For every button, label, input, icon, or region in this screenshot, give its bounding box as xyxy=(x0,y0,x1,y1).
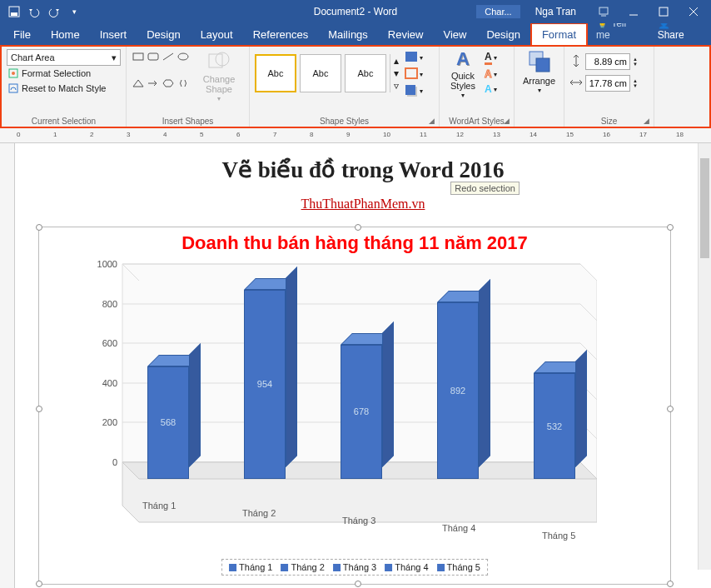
svg-rect-4 xyxy=(659,7,668,16)
shape-fill-button[interactable]: ▾ xyxy=(405,51,423,64)
text-fill-button[interactable]: A▾ xyxy=(485,51,497,65)
title-bar: ▾ Document2 - Word Char... Nga Tran xyxy=(0,0,711,23)
tab-references[interactable]: References xyxy=(243,24,318,45)
legend-item[interactable]: Tháng 2 xyxy=(281,562,324,572)
reset-match-style-button[interactable]: Reset to Match Style xyxy=(7,81,121,96)
shape-styles-launcher-icon[interactable]: ◢ xyxy=(429,117,437,125)
width-input[interactable] xyxy=(585,75,630,92)
chart-plot-area[interactable]: 02004006008001000 568954678892532 Tháng … xyxy=(122,264,589,531)
svg-rect-2 xyxy=(599,7,608,14)
wordart-launcher-icon[interactable]: ◢ xyxy=(504,117,512,125)
chart-bar[interactable]: 568 xyxy=(147,366,189,479)
svg-rect-19 xyxy=(405,85,415,95)
shape-line-icon[interactable] xyxy=(162,51,175,62)
svg-rect-9 xyxy=(9,84,17,92)
window-title: Document2 - Word xyxy=(314,6,397,17)
change-shape-button: Change Shape▾ xyxy=(196,49,241,103)
size-launcher-icon[interactable]: ◢ xyxy=(644,117,652,125)
svg-point-8 xyxy=(12,72,15,75)
tab-insert[interactable]: Insert xyxy=(90,24,137,45)
x-category-label: Tháng 5 xyxy=(542,531,575,541)
ribbon-tabs: File Home Insert Design Layout Reference… xyxy=(0,23,711,45)
tab-home[interactable]: Home xyxy=(41,24,90,45)
legend-item[interactable]: Tháng 5 xyxy=(437,562,480,572)
shape-effects-button[interactable]: ▾ xyxy=(405,84,423,97)
document-heading: Vẽ biểu đồ trong Word 2016 xyxy=(15,157,711,183)
legend-item[interactable]: Tháng 4 xyxy=(385,562,428,572)
y-tick-label: 400 xyxy=(102,378,117,388)
legend-item[interactable]: Tháng 1 xyxy=(229,562,272,572)
y-tick-label: 0 xyxy=(112,457,117,467)
height-spinner[interactable]: ▲▼ xyxy=(633,57,643,67)
tab-layout[interactable]: Layout xyxy=(191,24,243,45)
chart-title[interactable]: Doanh thu bán hàng tháng 11 năm 2017 xyxy=(39,227,670,254)
chart-bar[interactable]: 532 xyxy=(534,373,575,479)
width-icon xyxy=(569,76,583,92)
chart-bar[interactable]: 678 xyxy=(341,345,382,479)
tab-view[interactable]: View xyxy=(433,24,476,45)
chart-legend[interactable]: Tháng 1Tháng 2Tháng 3Tháng 4Tháng 5 xyxy=(221,559,488,576)
arrange-button[interactable]: Arrange▾ xyxy=(517,49,562,95)
tab-review[interactable]: Review xyxy=(378,24,434,45)
y-tick-label: 600 xyxy=(102,338,117,348)
undo-icon[interactable] xyxy=(27,4,42,19)
shape-rect-icon[interactable] xyxy=(132,51,145,62)
minimize-icon[interactable] xyxy=(619,0,648,23)
text-outline-button[interactable]: A▾ xyxy=(485,68,497,80)
tab-chart-design[interactable]: Design xyxy=(476,24,530,45)
svg-line-12 xyxy=(163,53,173,60)
shape-style-2[interactable]: Abc xyxy=(300,54,341,92)
maximize-icon[interactable] xyxy=(649,0,678,23)
group-label-shapes: Insert Shapes xyxy=(127,117,249,126)
chart-bar[interactable]: 892 xyxy=(437,302,479,479)
shape-arrow-icon[interactable] xyxy=(147,77,160,89)
shape-brace-icon[interactable] xyxy=(177,77,190,89)
tab-design[interactable]: Design xyxy=(137,24,190,45)
redo-icon[interactable] xyxy=(47,4,62,19)
save-icon[interactable] xyxy=(7,4,22,19)
qat-more-icon[interactable]: ▾ xyxy=(67,4,82,19)
document-canvas[interactable]: Vẽ biểu đồ trong Word 2016 Redo selectio… xyxy=(15,143,711,588)
quick-styles-button[interactable]: A Quick Styles▾ xyxy=(445,49,481,100)
height-input[interactable] xyxy=(585,53,630,70)
shape-style-3[interactable]: Abc xyxy=(345,54,386,92)
ruler-horizontal[interactable]: 0123456789101112131415161718 xyxy=(0,128,711,143)
chart-element-dropdown[interactable]: Chart Area▾ xyxy=(7,49,121,66)
svg-rect-17 xyxy=(405,68,417,78)
ribbon-options-icon[interactable] xyxy=(589,0,618,23)
document-link[interactable]: ThuThuatPhanMem.vn xyxy=(15,197,711,212)
tab-file[interactable]: File xyxy=(3,24,41,45)
y-tick-label: 800 xyxy=(102,299,117,309)
tab-format[interactable]: Format xyxy=(530,22,588,45)
legend-item[interactable]: Tháng 3 xyxy=(333,562,376,572)
shape-styles-gallery[interactable]: Abc Abc Abc ▴▾▿ xyxy=(255,49,401,97)
shape-oval-icon[interactable] xyxy=(177,51,190,62)
shape-style-1[interactable]: Abc xyxy=(255,54,296,92)
text-effects-button[interactable]: A▾ xyxy=(485,83,497,95)
svg-rect-1 xyxy=(11,12,17,16)
shape-roundrect-icon[interactable] xyxy=(147,51,160,62)
chart-bar[interactable]: 954 xyxy=(244,290,286,479)
shapes-gallery[interactable] xyxy=(132,49,193,103)
shape-hex-icon[interactable] xyxy=(162,77,175,89)
width-spinner[interactable]: ▲▼ xyxy=(633,78,643,88)
tab-mailings[interactable]: Mailings xyxy=(318,24,378,45)
user-name: Nga Tran xyxy=(524,6,588,17)
svg-rect-11 xyxy=(148,53,158,60)
group-label-shape-styles: Shape Styles xyxy=(250,117,439,126)
ribbon: Chart Area▾ Format Selection Reset to Ma… xyxy=(0,45,711,128)
ruler-vertical[interactable] xyxy=(0,143,15,588)
x-category-label: Tháng 2 xyxy=(242,508,276,518)
svg-point-13 xyxy=(178,53,188,60)
format-selection-button[interactable]: Format Selection xyxy=(7,66,121,81)
gallery-more-icon[interactable]: ▴▾▿ xyxy=(390,54,401,92)
group-label-size: Size xyxy=(564,117,654,126)
shape-outline-button[interactable]: ▾ xyxy=(405,67,423,81)
chart-object[interactable]: Doanh thu bán hàng tháng 11 năm 2017 xyxy=(38,227,671,585)
shape-triangle-icon[interactable] xyxy=(132,77,145,89)
svg-rect-10 xyxy=(133,53,143,60)
close-icon[interactable] xyxy=(679,0,708,23)
group-label-wordart: WordArt Styles xyxy=(440,117,514,126)
vertical-scrollbar[interactable] xyxy=(698,143,711,570)
height-icon xyxy=(569,54,583,70)
